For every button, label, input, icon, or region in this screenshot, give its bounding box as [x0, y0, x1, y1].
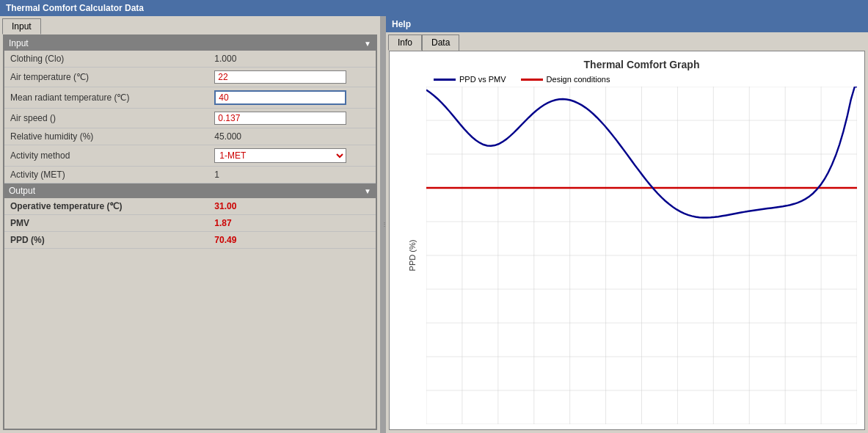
legend-label-ppd: PPD vs PMV	[459, 75, 506, 84]
output-value: 70.49	[208, 232, 376, 249]
title-bar: Thermal Comfort Calculator Data	[0, 0, 868, 16]
tab-data[interactable]: Data	[422, 34, 459, 51]
chart-legend: PPD vs PMV Design conditions	[434, 75, 857, 84]
table-row: Activity (MET) 1	[4, 167, 376, 183]
chart-area: PPD (%)	[426, 87, 857, 424]
right-tab-bar: Info Data	[386, 32, 868, 51]
input-section-label: Input	[9, 38, 29, 48]
legend-line-blue	[434, 79, 456, 81]
chart-svg: 100 90 80 70 60 50 40 30 20 10 -2.6 -2.1…	[426, 87, 857, 424]
table-row: Clothing (Clo) 1.000	[4, 51, 376, 68]
output-label: Operative temperature (℃)	[4, 198, 208, 215]
table-row: Activity method 1-MET	[4, 145, 376, 167]
input-collapse-arrow[interactable]: ▼	[364, 40, 371, 48]
output-value: 1.87	[208, 215, 376, 232]
output-collapse-arrow[interactable]: ▼	[364, 187, 371, 195]
table-row: Air speed ()	[4, 109, 376, 128]
table-row: Air temperature (℃)	[4, 68, 376, 87]
field-value: 45.000	[208, 128, 376, 145]
help-title-bar: Help	[386, 16, 868, 32]
table-row: Relative humidity (%) 45.000	[4, 128, 376, 145]
field-label: Activity method	[4, 145, 208, 167]
chart-title: Thermal Comfort Graph	[426, 59, 857, 70]
output-label: PPD (%)	[4, 232, 208, 249]
legend-design-conditions: Design conditions	[521, 75, 610, 84]
field-value: 1.000	[208, 51, 376, 68]
field-value[interactable]	[208, 68, 376, 87]
activity-method-select[interactable]: 1-MET	[214, 148, 346, 163]
chart-container: Thermal Comfort Graph PPD vs PMV Design …	[389, 51, 865, 430]
tab-info[interactable]: Info	[388, 34, 422, 51]
output-section-header: Output ▼	[4, 183, 376, 198]
tab-input[interactable]: Input	[2, 18, 41, 34]
table-row: Operative temperature (℃) 31.00	[4, 198, 376, 215]
output-table: Operative temperature (℃) 31.00 PMV 1.87…	[4, 198, 376, 249]
table-row: PMV 1.87	[4, 215, 376, 232]
field-label: Activity (MET)	[4, 167, 208, 183]
help-title: Help	[392, 19, 411, 29]
legend-line-red	[521, 79, 543, 81]
y-axis-label: PPD (%)	[408, 240, 417, 272]
right-panel: Help Info Data Thermal Comfort Graph PPD…	[386, 16, 868, 433]
output-section-label: Output	[9, 186, 35, 196]
output-label: PMV	[4, 215, 208, 232]
input-section-header: Input ▼	[4, 36, 376, 51]
left-tab-bar: Input	[0, 16, 380, 34]
table-row: Mean radiant temperature (℃)	[4, 87, 376, 109]
field-label: Air temperature (℃)	[4, 68, 208, 87]
legend-label-design: Design conditions	[547, 75, 610, 84]
field-label: Mean radiant temperature (℃)	[4, 87, 208, 109]
air-speed-input[interactable]	[214, 112, 346, 125]
table-row: PPD (%) 70.49	[4, 232, 376, 249]
input-table: Clothing (Clo) 1.000 Air temperature (℃)…	[4, 51, 376, 183]
field-label: Clothing (Clo)	[4, 51, 208, 68]
left-panel: Input Input ▼ Clothing (Clo) 1.000 Air t…	[0, 16, 382, 433]
legend-ppd-vs-pmv: PPD vs PMV	[434, 75, 506, 84]
output-value: 31.00	[208, 198, 376, 215]
field-value[interactable]: 1-MET	[208, 145, 376, 167]
field-label: Air speed ()	[4, 109, 208, 128]
field-value: 1	[208, 167, 376, 183]
field-label: Relative humidity (%)	[4, 128, 208, 145]
field-value[interactable]	[208, 87, 376, 109]
field-value[interactable]	[208, 109, 376, 128]
mean-radiant-temp-input[interactable]	[214, 90, 346, 105]
air-temp-input[interactable]	[214, 70, 346, 84]
left-inner: Input ▼ Clothing (Clo) 1.000 Air tempera…	[3, 34, 377, 430]
app-title: Thermal Comfort Calculator Data	[6, 3, 144, 13]
